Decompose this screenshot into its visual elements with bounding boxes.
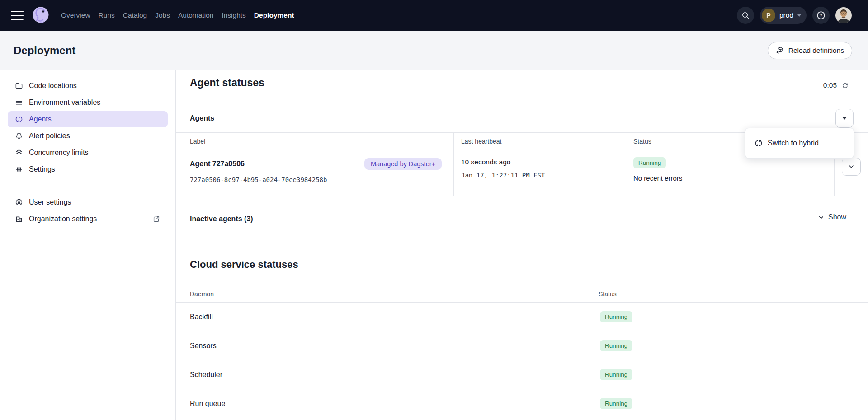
daemon-status-cell: Running (591, 303, 868, 331)
cloud-table-header: Daemon Status (176, 285, 868, 303)
chevron-down-icon (848, 163, 855, 170)
agents-heading: Agents (190, 114, 214, 122)
nav-link-runs[interactable]: Runs (94, 8, 119, 23)
sidebar-item-alert-policies[interactable]: Alert policies (8, 128, 168, 144)
sidebar-item-agents[interactable]: Agents (8, 111, 168, 127)
gear-icon (15, 165, 23, 173)
nav-link-insights[interactable]: Insights (217, 8, 250, 23)
sidebar-item-label: Organization settings (29, 215, 97, 223)
refresh-countdown: 0:05 (823, 81, 849, 89)
sidebar-divider (8, 186, 168, 186)
inactive-agents-show-toggle[interactable]: Show (818, 213, 846, 221)
hamburger-menu-button[interactable] (11, 11, 24, 20)
sidebar-item-label: Code locations (29, 82, 77, 90)
search-button[interactable] (737, 7, 754, 24)
status-badge: Running (600, 340, 632, 351)
agent-icon (755, 139, 763, 147)
inactive-agents-heading: Inactive agents (3) (190, 215, 253, 223)
daemon-row: Scheduler Running (176, 360, 868, 389)
agent-statuses-heading: Agent statuses (190, 77, 264, 89)
sidebar-item-code-locations[interactable]: Code locations (8, 78, 168, 94)
column-header-daemon: Daemon (176, 285, 591, 302)
agent-row-dropdown-button[interactable] (842, 158, 861, 176)
status-note: No recent errors (633, 174, 827, 182)
chevron-down-icon (818, 214, 825, 221)
countdown-value: 0:05 (823, 81, 837, 89)
status-badge: Running (633, 157, 666, 168)
daemon-row: Backfill Running (176, 303, 868, 331)
daemon-name: Backfill (176, 303, 591, 331)
daemon-status-cell: Running (591, 331, 868, 360)
building-icon (15, 215, 23, 223)
sidebar-item-label: Environment variables (29, 98, 100, 107)
user-avatar[interactable] (835, 7, 852, 23)
sidebar-item-user-settings[interactable]: User settings (8, 194, 168, 210)
nav-links: Overview Runs Catalog Jobs Automation In… (57, 8, 298, 23)
page-header: Deployment Reload definitions (0, 31, 868, 70)
dagster-logo-icon (31, 5, 51, 25)
page-title: Deployment (14, 44, 75, 57)
help-button[interactable]: ? (812, 7, 830, 24)
sidebar-item-environment-variables[interactable]: Environment variables (8, 94, 168, 111)
agents-actions-menu: Switch to hybrid (745, 128, 854, 159)
daemon-status-cell: Running (591, 389, 868, 418)
sidebar-item-organization-settings[interactable]: Organization settings (8, 211, 168, 227)
heartbeat-timestamp: Jan 17, 1:27:11 PM EST (461, 172, 618, 179)
column-header-status: Status (591, 285, 868, 302)
folder-icon (15, 82, 23, 90)
nav-link-jobs[interactable]: Jobs (151, 8, 174, 23)
svg-text:?: ? (820, 13, 822, 18)
daemon-status-cell: Running (591, 360, 868, 389)
agent-uuid: 727a0506-8c97-4b95-a024-70ee3984258b (190, 176, 442, 183)
agents-actions-dropdown-button[interactable] (835, 109, 854, 128)
status-badge: Running (600, 369, 632, 380)
daemon-name: Scheduler (176, 360, 591, 389)
env-vars-icon (15, 98, 23, 107)
bell-icon (15, 132, 23, 140)
user-avatar-image (835, 7, 852, 23)
cloud-service-statuses-heading: Cloud service statuses (190, 259, 298, 271)
heartbeat-relative: 10 seconds ago (461, 158, 618, 166)
nav-link-overview[interactable]: Overview (57, 8, 94, 23)
sidebar-item-label: Agents (29, 115, 52, 123)
dagster-logo[interactable] (31, 5, 51, 25)
daemon-name: Sensors (176, 331, 591, 360)
nav-link-automation[interactable]: Automation (174, 8, 217, 23)
chevron-down-icon (797, 14, 801, 17)
nav-right: P prod ? (737, 7, 852, 24)
sidebar-item-concurrency-limits[interactable]: Concurrency limits (8, 145, 168, 161)
show-label: Show (828, 213, 846, 221)
help-icon: ? (816, 10, 826, 20)
top-nav: Overview Runs Catalog Jobs Automation In… (0, 0, 868, 31)
sidebar-item-label: Concurrency limits (29, 149, 89, 157)
reload-definitions-icon (776, 46, 784, 55)
daemon-name: Run queue (176, 389, 591, 418)
org-name: prod (779, 11, 793, 19)
column-header-heartbeat: Last heartbeat (453, 133, 626, 150)
sidebar-item-label: User settings (29, 198, 71, 206)
menu-item-switch-to-hybrid[interactable]: Switch to hybrid (768, 139, 819, 147)
agent-icon (15, 115, 23, 123)
agent-heartbeat-cell: 10 seconds ago Jan 17, 1:27:11 PM EST (453, 150, 626, 196)
nav-link-deployment[interactable]: Deployment (250, 8, 298, 23)
status-badge: Running (600, 398, 632, 409)
org-avatar: P (762, 9, 775, 22)
nav-link-catalog[interactable]: Catalog (119, 8, 151, 23)
daemon-row: Sensors Running (176, 331, 868, 360)
reload-definitions-button[interactable]: Reload definitions (768, 42, 852, 59)
sidebar-item-label: Settings (29, 165, 55, 173)
sidebar-item-label: Alert policies (29, 132, 70, 140)
reload-definitions-label: Reload definitions (788, 47, 844, 55)
sidebar-item-settings[interactable]: Settings (8, 161, 168, 177)
search-icon (741, 11, 750, 20)
user-icon (15, 198, 23, 206)
caret-down-icon (842, 117, 847, 120)
agent-label-cell: Agent 727a0506 Managed by Dagster+ 727a0… (176, 150, 453, 196)
deployment-switcher[interactable]: P prod (760, 7, 807, 24)
agents-section-header: Agents (190, 108, 854, 128)
managed-badge: Managed by Dagster+ (364, 158, 442, 170)
layers-icon (15, 149, 23, 157)
refresh-icon[interactable] (841, 82, 849, 89)
cloud-services-table: Daemon Status Backfill Running Sensors R… (176, 285, 868, 418)
deployment-sidebar: Code locations Environment variables Age… (0, 70, 176, 420)
